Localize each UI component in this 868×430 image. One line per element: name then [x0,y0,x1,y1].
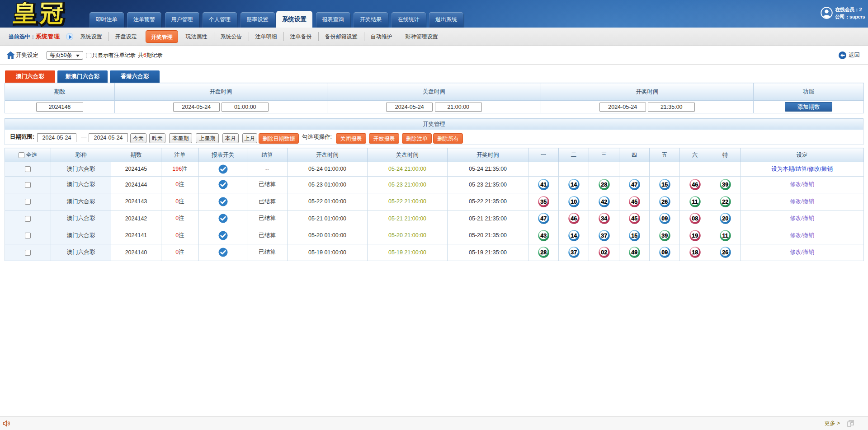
svg-text:45: 45 [631,215,637,222]
svg-text:39: 39 [722,182,728,188]
svg-text:28: 28 [540,249,547,256]
svg-text:皇冠: 皇冠 [13,0,67,26]
svg-text:02: 02 [601,249,607,256]
svg-text:47: 47 [540,215,547,222]
svg-text:11: 11 [722,232,728,238]
svg-text:26: 26 [722,249,728,256]
svg-text:19: 19 [692,232,698,238]
svg-text:20: 20 [722,215,728,222]
svg-text:42: 42 [601,198,607,205]
svg-text:10: 10 [571,198,577,205]
svg-text:18: 18 [692,249,698,256]
svg-text:22: 22 [722,198,728,205]
svg-text:37: 37 [601,232,607,238]
svg-text:47: 47 [631,182,637,188]
svg-text:11: 11 [692,198,698,205]
svg-text:08: 08 [692,215,698,222]
svg-text:14: 14 [571,182,577,188]
svg-text:28: 28 [601,182,607,188]
svg-text:09: 09 [661,215,668,222]
svg-text:39: 39 [661,232,668,238]
svg-text:41: 41 [540,182,547,188]
svg-text:09: 09 [661,249,668,256]
svg-text:35: 35 [540,198,547,205]
svg-text:37: 37 [571,249,577,256]
svg-text:15: 15 [661,182,668,188]
svg-text:15: 15 [631,232,637,238]
svg-text:34: 34 [601,215,607,222]
svg-text:46: 46 [571,215,577,222]
svg-text:26: 26 [661,198,668,205]
svg-text:45: 45 [631,198,637,205]
svg-text:46: 46 [692,182,698,188]
svg-text:49: 49 [631,249,637,256]
svg-text:43: 43 [540,232,547,238]
svg-text:14: 14 [571,232,577,238]
